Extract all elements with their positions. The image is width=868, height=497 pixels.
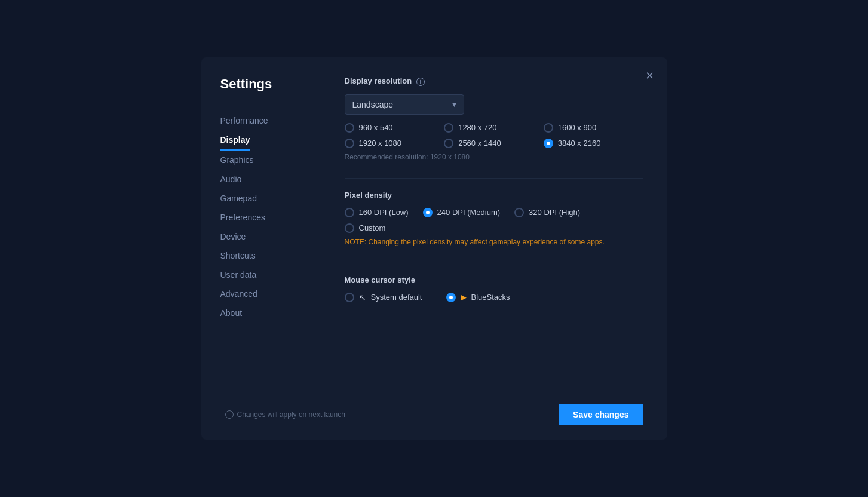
- nav-list: Performance Display Graphics Audio Gamep…: [220, 111, 321, 323]
- sidebar-item-about[interactable]: About: [220, 303, 321, 323]
- resolution-2560x1440-radio[interactable]: [444, 139, 453, 148]
- sidebar-item-gamepad[interactable]: Gamepad: [220, 189, 321, 208]
- resolution-960x540-radio[interactable]: [345, 123, 354, 133]
- sidebar: Settings Performance Display Graphics Au…: [201, 76, 321, 394]
- divider-1: [345, 178, 643, 179]
- dpi-320[interactable]: 320 DPI (High): [514, 208, 580, 217]
- main-content: Display resolution i Landscape Portrait …: [321, 76, 667, 394]
- settings-modal: ✕ Settings Performance Display Graphics …: [201, 57, 667, 440]
- dpi-240-radio[interactable]: [423, 208, 433, 217]
- resolution-1600x900[interactable]: 1600 x 900: [544, 123, 643, 133]
- resolution-1280x720[interactable]: 1280 x 720: [444, 123, 544, 133]
- dpi-320-radio[interactable]: [514, 208, 524, 217]
- display-resolution-section: Display resolution i Landscape Portrait …: [345, 76, 643, 161]
- recommended-resolution-text: Recommended resolution: 1920 x 1080: [345, 153, 643, 161]
- resolution-1600x900-radio[interactable]: [544, 123, 553, 133]
- sidebar-item-performance[interactable]: Performance: [220, 111, 321, 130]
- cursor-style-title: Mouse cursor style: [345, 275, 643, 284]
- dpi-240[interactable]: 240 DPI (Medium): [423, 208, 500, 217]
- cursor-bluestacks[interactable]: ▶ BlueStacks: [446, 293, 510, 302]
- cursor-row: ↖ System default ▶ BlueStacks: [345, 293, 643, 302]
- save-changes-button[interactable]: Save changes: [559, 404, 643, 425]
- sidebar-item-display[interactable]: Display: [220, 130, 250, 151]
- pixel-density-section: Pixel density 160 DPI (Low) 240 DPI (Med…: [345, 191, 643, 246]
- display-resolution-title: Display resolution i: [345, 76, 643, 86]
- footer: i Changes will apply on next launch Save…: [201, 394, 667, 440]
- dpi-160-radio[interactable]: [345, 208, 354, 217]
- dpi-note-text: NOTE: Changing the pixel density may aff…: [345, 238, 643, 246]
- resolution-grid: 960 x 540 1280 x 720 1600 x 900 1920 x 1…: [345, 123, 643, 148]
- modal-content: Settings Performance Display Graphics Au…: [201, 57, 667, 394]
- resolution-3840x2160-radio[interactable]: [544, 139, 553, 148]
- resolution-1280x720-radio[interactable]: [444, 123, 453, 133]
- cursor-system-radio[interactable]: [345, 293, 354, 302]
- cursor-bluestacks-radio[interactable]: [446, 293, 456, 302]
- dpi-160[interactable]: 160 DPI (Low): [345, 208, 409, 217]
- dpi-row: 160 DPI (Low) 240 DPI (Medium) 320 DPI (…: [345, 208, 643, 217]
- sidebar-item-advanced[interactable]: Advanced: [220, 284, 321, 303]
- system-cursor-icon: ↖: [359, 293, 366, 302]
- resolution-3840x2160[interactable]: 3840 x 2160: [544, 139, 643, 148]
- bluestacks-cursor-icon: ▶: [461, 293, 467, 302]
- settings-title: Settings: [220, 76, 321, 92]
- footer-note-text: Changes will apply on next launch: [237, 410, 345, 419]
- dpi-custom-radio[interactable]: [345, 223, 354, 233]
- sidebar-item-user-data[interactable]: User data: [220, 265, 321, 284]
- footer-note: i Changes will apply on next launch: [225, 410, 345, 419]
- sidebar-item-device[interactable]: Device: [220, 227, 321, 246]
- divider-2: [345, 263, 643, 263]
- cursor-system-default[interactable]: ↖ System default: [345, 293, 422, 302]
- dpi-custom-row: Custom: [345, 223, 643, 233]
- pixel-density-title: Pixel density: [345, 191, 643, 200]
- orientation-dropdown-wrapper: Landscape Portrait ▼: [345, 94, 464, 115]
- footer-info-icon: i: [225, 410, 234, 419]
- sidebar-item-graphics[interactable]: Graphics: [220, 151, 321, 170]
- orientation-dropdown[interactable]: Landscape Portrait: [345, 94, 464, 115]
- resolution-1920x1080[interactable]: 1920 x 1080: [345, 139, 444, 148]
- resolution-2560x1440[interactable]: 2560 x 1440: [444, 139, 544, 148]
- close-button[interactable]: ✕: [643, 68, 657, 84]
- mouse-cursor-section: Mouse cursor style ↖ System default ▶ Bl…: [345, 275, 643, 302]
- resolution-960x540[interactable]: 960 x 540: [345, 123, 444, 133]
- sidebar-item-preferences[interactable]: Preferences: [220, 208, 321, 227]
- resolution-info-icon[interactable]: i: [416, 78, 425, 86]
- sidebar-item-shortcuts[interactable]: Shortcuts: [220, 246, 321, 265]
- dpi-custom[interactable]: Custom: [345, 223, 643, 233]
- sidebar-item-audio[interactable]: Audio: [220, 170, 321, 189]
- resolution-1920x1080-radio[interactable]: [345, 139, 354, 148]
